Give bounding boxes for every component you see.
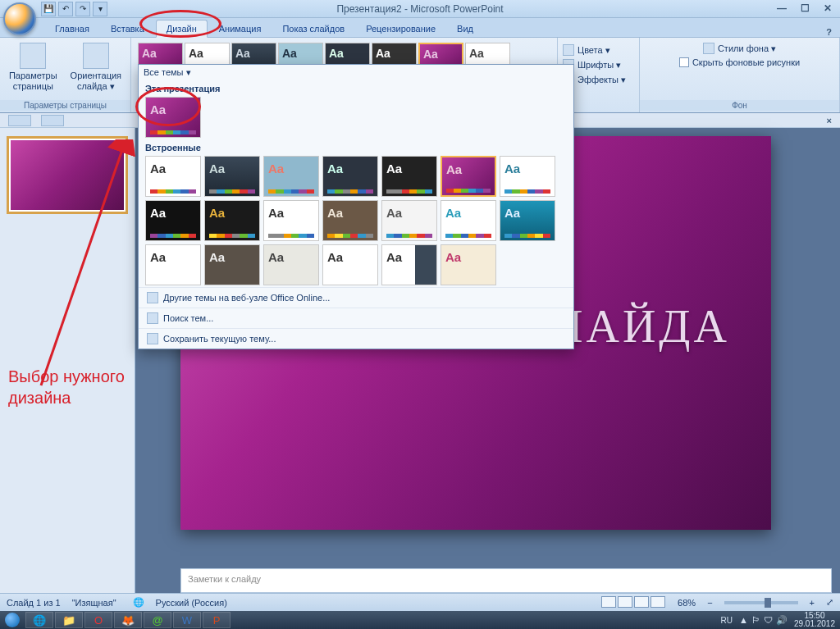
theme-item[interactable]: Aa — [381, 244, 437, 285]
group-label-background: Фон — [640, 100, 839, 111]
status-language[interactable]: Русский (Россия) — [156, 598, 227, 608]
view-buttons[interactable] — [600, 596, 666, 609]
system-tray: RU ▲🏳🛡🔊 15:50 29.01.2012 — [721, 612, 840, 628]
online-icon — [147, 292, 158, 303]
gallery-row: Aa Aa Aa Aa Aa Aa Aa — [139, 154, 573, 198]
tab-view[interactable]: Вид — [447, 21, 483, 37]
tab-design[interactable]: Дизайн — [156, 20, 208, 38]
group-page-setup: Параметры страницы Ориентация слайда ▾ П… — [0, 38, 131, 112]
quick-access-toolbar: 💾 ↶ ↷ ▾ — [41, 2, 107, 16]
tab-review[interactable]: Рецензирование — [356, 21, 445, 37]
task-explorer[interactable]: 📁 — [55, 612, 83, 628]
orientation-icon — [83, 43, 109, 69]
orientation-label: Ориентация слайда ▾ — [71, 71, 121, 92]
annotation-text: Выбор нужного дизайна — [8, 366, 125, 408]
bg-styles-label: Стили фона ▾ — [718, 43, 776, 54]
theme-item-hover[interactable]: Aa — [441, 156, 496, 197]
start-button[interactable] — [0, 611, 25, 629]
qat-save[interactable]: 💾 — [41, 2, 56, 16]
builtin-label: Встроенные — [139, 139, 573, 154]
theme-item[interactable]: Aa — [204, 200, 260, 241]
maximize-button[interactable]: ☐ — [796, 2, 814, 15]
task-firefox[interactable]: 🦊 — [114, 612, 142, 628]
gallery-row: Aa Aa Aa Aa Aa Aa — [139, 243, 573, 287]
qat-more[interactable]: ▾ — [93, 2, 107, 16]
theme-item[interactable]: Aa — [263, 244, 319, 285]
more-themes-online[interactable]: Другие темы на веб-узле Office Online... — [139, 287, 573, 308]
browse-themes[interactable]: Поиск тем... — [139, 308, 573, 328]
title-bar: 💾 ↶ ↷ ▾ Презентация2 - Microsoft PowerPo… — [0, 0, 840, 18]
group-background: Стили фона ▾ Скрыть фоновые рисунки Фон — [640, 38, 840, 112]
slide-thumbnail-1[interactable] — [7, 136, 128, 214]
folder-icon — [147, 312, 158, 324]
slides-tab[interactable] — [8, 115, 31, 126]
tab-slideshow[interactable]: Показ слайдов — [272, 21, 354, 37]
fonts-label: Шрифты ▾ — [578, 60, 621, 71]
zoom-in[interactable]: + — [810, 598, 815, 608]
office-button[interactable] — [3, 2, 36, 35]
checkbox-icon — [679, 57, 689, 67]
bg-styles-icon — [703, 43, 714, 54]
help-icon[interactable]: ? — [826, 27, 832, 37]
windows-icon — [5, 613, 20, 627]
theme-item[interactable]: Aa — [204, 156, 260, 197]
qat-undo[interactable]: ↶ — [58, 2, 73, 16]
page-params-label: Параметры страницы — [9, 71, 57, 92]
fit-button[interactable]: ⤢ — [826, 597, 833, 608]
tab-insert[interactable]: Вставка — [101, 21, 154, 37]
zoom-out[interactable]: − — [707, 598, 712, 608]
panel-close[interactable]: × — [827, 116, 832, 125]
status-slide: Слайд 1 из 1 — [7, 598, 61, 608]
theme-item[interactable]: Aa — [500, 156, 555, 197]
task-mailru[interactable]: @ — [144, 612, 171, 628]
theme-item[interactable]: Aa — [263, 156, 319, 197]
theme-item[interactable]: Aa — [322, 244, 378, 285]
hide-bg-label: Скрыть фоновые рисунки — [692, 57, 800, 67]
minimize-button[interactable]: — — [773, 2, 791, 15]
outline-tab[interactable] — [41, 115, 64, 126]
task-ie[interactable]: 🌐 — [25, 612, 53, 628]
theme-item[interactable]: Aa — [322, 156, 378, 197]
themes-gallery-dropdown: Все темы ▾ Эта презентация Aa Встроенные… — [138, 64, 574, 349]
zoom-slider[interactable] — [724, 601, 798, 604]
tab-animation[interactable]: Анимация — [209, 21, 272, 37]
notes-field[interactable]: Заметки к слайду — [180, 568, 832, 593]
tray-lang[interactable]: RU — [721, 616, 733, 625]
task-powerpoint[interactable]: P — [203, 612, 231, 628]
colors-button[interactable]: Цвета ▾ — [563, 43, 610, 57]
status-bar: Слайд 1 из 1 "Изящная" 🌐 Русский (Россия… — [0, 593, 840, 611]
theme-item[interactable]: Aa — [263, 200, 319, 241]
theme-item[interactable]: Aa — [145, 244, 201, 285]
page-params-icon — [20, 43, 46, 69]
qat-redo[interactable]: ↷ — [75, 2, 90, 16]
tab-home[interactable]: Главная — [45, 21, 99, 37]
theme-item[interactable]: Aa — [204, 244, 260, 285]
save-icon — [147, 333, 158, 344]
status-theme: "Изящная" — [72, 598, 116, 608]
slide-thumb-preview — [11, 140, 124, 210]
theme-item[interactable]: Aa — [145, 156, 201, 197]
theme-item[interactable]: Aa — [441, 200, 496, 241]
zoom-value[interactable]: 68% — [678, 598, 696, 608]
theme-item[interactable]: Aa — [381, 200, 437, 241]
theme-item[interactable]: Aa — [500, 200, 555, 241]
theme-current[interactable]: Aa — [145, 97, 201, 138]
task-word[interactable]: W — [173, 612, 201, 628]
window-controls: — ☐ ✕ — [773, 2, 837, 15]
bg-styles-button[interactable]: Стили фона ▾ — [703, 41, 776, 56]
theme-item[interactable]: Aa — [322, 200, 378, 241]
orientation-button[interactable]: Ориентация слайда ▾ — [66, 39, 126, 95]
taskbar: 🌐 📁 O 🦊 @ W P RU ▲🏳🛡🔊 15:50 29.01.2012 — [0, 611, 840, 629]
save-current-theme[interactable]: Сохранить текущую тему... — [139, 328, 573, 349]
tray-icons[interactable]: ▲🏳🛡🔊 — [737, 615, 789, 626]
colors-icon — [563, 44, 574, 56]
theme-item[interactable]: Aa — [441, 244, 496, 285]
close-button[interactable]: ✕ — [819, 2, 837, 15]
theme-item[interactable]: Aa — [145, 200, 201, 241]
theme-item[interactable]: Aa — [381, 156, 437, 197]
tray-date: 29.01.2012 — [794, 620, 835, 628]
hide-bg-checkbox[interactable]: Скрыть фоновые рисунки — [679, 56, 800, 69]
all-themes-header[interactable]: Все темы ▾ — [139, 65, 573, 80]
task-opera[interactable]: O — [84, 612, 112, 628]
page-params-button[interactable]: Параметры страницы — [4, 39, 62, 95]
